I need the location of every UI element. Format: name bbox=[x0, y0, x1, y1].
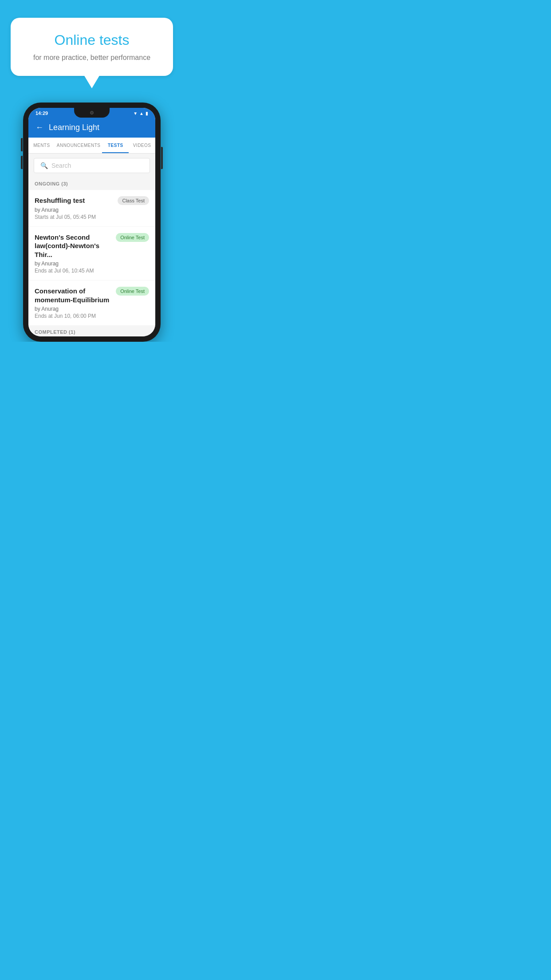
phone-frame: 14:29 ▼ ▲ ▮ ← Learning Light MENTS ANNOU… bbox=[23, 103, 161, 342]
phone-notch bbox=[74, 108, 110, 118]
ongoing-section-header: ONGOING (3) bbox=[28, 178, 155, 190]
app-bar: ← Learning Light bbox=[28, 118, 155, 138]
search-box[interactable]: 🔍 Search bbox=[34, 158, 150, 173]
phone-mockup: 14:29 ▼ ▲ ▮ ← Learning Light MENTS ANNOU… bbox=[23, 103, 161, 342]
test-author-2: by Anurag bbox=[35, 261, 111, 267]
tab-videos[interactable]: VIDEOS bbox=[129, 138, 155, 153]
tab-tests[interactable]: TESTS bbox=[102, 138, 129, 153]
test-info-1: Reshuffling test by Anurag Starts at Jul… bbox=[35, 196, 118, 220]
power-button bbox=[161, 147, 163, 169]
app-title: Learning Light bbox=[49, 123, 99, 132]
tab-announcements[interactable]: ANNOUNCEMENTS bbox=[55, 138, 102, 153]
volume-up-button bbox=[21, 138, 23, 151]
test-date-1: Starts at Jul 05, 05:45 PM bbox=[35, 214, 113, 220]
test-author-3: by Anurag bbox=[35, 306, 111, 312]
test-badge-1: Class Test bbox=[118, 196, 149, 205]
search-icon: 🔍 bbox=[40, 162, 48, 169]
test-author-1: by Anurag bbox=[35, 207, 113, 213]
speech-bubble: Online tests for more practice, better p… bbox=[11, 18, 173, 76]
back-button[interactable]: ← bbox=[35, 123, 43, 132]
test-date-3: Ends at Jun 10, 06:00 PM bbox=[35, 313, 111, 319]
tabs-container: MENTS ANNOUNCEMENTS TESTS VIDEOS bbox=[28, 138, 155, 154]
volume-down-button bbox=[21, 156, 23, 169]
search-container: 🔍 Search bbox=[28, 154, 155, 178]
phone-screen: 14:29 ▼ ▲ ▮ ← Learning Light MENTS ANNOU… bbox=[28, 108, 155, 336]
test-info-2: Newton's Second law(contd)-Newton's Thir… bbox=[35, 233, 116, 274]
camera bbox=[90, 111, 94, 115]
test-card-2[interactable]: Newton's Second law(contd)-Newton's Thir… bbox=[28, 227, 155, 281]
test-badge-3: Online Test bbox=[116, 287, 149, 296]
signal-icon: ▲ bbox=[139, 111, 144, 116]
status-icons: ▼ ▲ ▮ bbox=[133, 111, 148, 116]
test-card-1[interactable]: Reshuffling test by Anurag Starts at Jul… bbox=[28, 190, 155, 226]
wifi-icon: ▼ bbox=[133, 111, 138, 116]
status-time: 14:29 bbox=[35, 111, 48, 116]
test-badge-2: Online Test bbox=[116, 233, 149, 242]
hero-subtitle: for more practice, better performance bbox=[23, 54, 161, 62]
completed-section-header: COMPLETED (1) bbox=[28, 326, 155, 336]
test-title-3: Conservation of momentum-Equilibrium bbox=[35, 287, 111, 304]
hero-title: Online tests bbox=[23, 32, 161, 48]
test-title-2: Newton's Second law(contd)-Newton's Thir… bbox=[35, 233, 111, 259]
battery-icon: ▮ bbox=[146, 111, 148, 116]
test-card-3[interactable]: Conservation of momentum-Equilibrium by … bbox=[28, 281, 155, 325]
test-date-2: Ends at Jul 06, 10:45 AM bbox=[35, 268, 111, 274]
hero-section: Online tests for more practice, better p… bbox=[0, 0, 184, 76]
test-title-1: Reshuffling test bbox=[35, 196, 113, 205]
tab-ments[interactable]: MENTS bbox=[28, 138, 55, 153]
search-placeholder: Search bbox=[51, 162, 71, 169]
test-info-3: Conservation of momentum-Equilibrium by … bbox=[35, 287, 116, 319]
